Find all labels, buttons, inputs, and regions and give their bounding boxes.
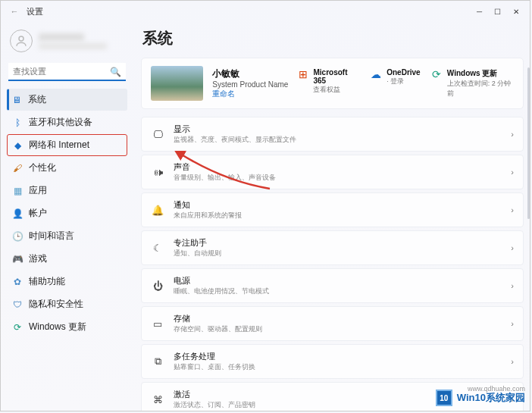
row-sub: 监视器、亮度、夜间模式、显示配置文件 <box>174 135 502 145</box>
pc-name: 小敏敏 <box>212 67 288 80</box>
sidebar-item-6[interactable]: 🕒时间和语言 <box>7 225 127 247</box>
row-icon: 🖵 <box>151 129 164 140</box>
wallpaper-thumb <box>151 66 203 101</box>
search-icon: 🔍 <box>110 67 121 77</box>
row-icon: ☾ <box>151 242 164 254</box>
chevron-right-icon: › <box>511 281 514 290</box>
watermark-text: Win10系统家园 <box>457 391 525 405</box>
row-icon: ⌘ <box>151 394 164 405</box>
tile-sub: 查看权益 <box>313 85 359 95</box>
tile-title: OneDrive <box>386 68 420 77</box>
row-icon: ⧉ <box>151 355 164 368</box>
titlebar: ← 设置 ─ ☐ ✕ <box>1 1 530 22</box>
row-title: 电源 <box>174 275 502 286</box>
sidebar-item-label: 个性化 <box>29 161 56 174</box>
sidebar-item-label: 系统 <box>28 93 46 106</box>
sidebar-item-label: 帐户 <box>29 207 47 220</box>
sidebar-item-icon: ᛒ <box>12 117 23 128</box>
row-icon: 🕪 <box>151 167 164 178</box>
search-input[interactable] <box>8 63 126 81</box>
sidebar-item-label: 应用 <box>29 184 47 197</box>
row-sub: 音量级别、输出、输入、声音设备 <box>174 173 502 183</box>
chevron-right-icon: › <box>511 243 514 252</box>
settings-row-1[interactable]: 🕪声音音量级别、输出、输入、声音设备› <box>141 155 524 189</box>
chevron-right-icon: › <box>511 130 514 139</box>
row-title: 存储 <box>174 313 502 324</box>
rename-link[interactable]: 重命名 <box>212 89 288 99</box>
sidebar-item-icon: 🛡 <box>12 299 23 310</box>
sidebar-item-label: 网络和 Internet <box>29 139 89 152</box>
pc-product: System Product Name <box>212 80 288 89</box>
chevron-right-icon: › <box>511 167 514 177</box>
sidebar-item-icon: 🖥 <box>11 95 22 105</box>
back-button[interactable]: ← <box>5 7 23 16</box>
tile-title: Microsoft 365 <box>313 68 359 85</box>
tile-icon: ⟳ <box>431 68 443 80</box>
sidebar-item-label: 游戏 <box>29 252 47 265</box>
row-sub: 睡眠、电池使用情况、节电模式 <box>174 286 502 296</box>
minimize-button[interactable]: ─ <box>477 8 482 16</box>
device-summary-card: 小敏敏 System Product Name 重命名 ⊞Microsoft 3… <box>141 58 524 109</box>
tile-icon: ⊞ <box>297 68 308 80</box>
tile-sub: · 登录 <box>386 77 420 86</box>
window-title: 设置 <box>23 6 477 17</box>
settings-row-4[interactable]: ⏻电源睡眠、电池使用情况、节电模式› <box>141 268 524 303</box>
close-button[interactable]: ✕ <box>513 8 519 16</box>
row-icon: 🔔 <box>151 205 164 216</box>
settings-row-6[interactable]: ⧉多任务处理贴靠窗口、桌面、任务切换› <box>141 344 524 379</box>
row-title: 专注助手 <box>174 237 502 249</box>
settings-row-5[interactable]: ▭存储存储空间、驱动器、配置规则› <box>141 306 524 341</box>
settings-row-2[interactable]: 🔔通知来自应用和系统的警报› <box>141 192 524 227</box>
tile-title: Windows 更新 <box>447 68 514 79</box>
chevron-right-icon: › <box>511 205 514 214</box>
row-title: 显示 <box>174 124 502 135</box>
sidebar-item-icon: ◆ <box>12 140 23 151</box>
maximize-button[interactable]: ☐ <box>494 8 501 16</box>
sidebar-item-8[interactable]: ✿辅助功能 <box>7 271 127 293</box>
tile-sub: 上次检查时间: 2 分钟前 <box>447 79 514 99</box>
summary-tile-2[interactable]: ⟳Windows 更新上次检查时间: 2 分钟前 <box>431 68 514 99</box>
sidebar-item-1[interactable]: ᛒ蓝牙和其他设备 <box>7 111 127 133</box>
summary-tile-0[interactable]: ⊞Microsoft 365查看权益 <box>297 68 359 99</box>
user-email-blurred <box>39 43 107 49</box>
row-title: 通知 <box>174 199 502 211</box>
main-panel: 系统 小敏敏 System Product Name 重命名 ⊞Microsof… <box>133 22 530 411</box>
sidebar-item-icon: 🖌 <box>12 163 23 174</box>
sidebar-item-9[interactable]: 🛡隐私和安全性 <box>7 293 127 315</box>
row-sub: 存储空间、驱动器、配置规则 <box>174 324 502 334</box>
sidebar-item-10[interactable]: ⟳Windows 更新 <box>7 316 127 338</box>
page-title: 系统 <box>141 25 524 58</box>
row-icon: ⏻ <box>151 280 164 292</box>
chevron-right-icon: › <box>511 319 514 328</box>
sidebar-item-0[interactable]: 🖥系统 <box>7 89 127 111</box>
row-title: 声音 <box>174 161 502 173</box>
sidebar-item-icon: ✿ <box>12 277 23 287</box>
row-icon: ▭ <box>151 318 164 330</box>
row-title: 多任务处理 <box>174 351 502 362</box>
sidebar-item-label: 隐私和安全性 <box>29 298 83 311</box>
sidebar-item-label: 辅助功能 <box>29 275 65 288</box>
chevron-right-icon: › <box>511 357 514 366</box>
row-sub: 来自应用和系统的警报 <box>174 211 502 221</box>
user-info[interactable] <box>7 27 127 60</box>
sidebar-item-4[interactable]: ▦应用 <box>7 180 127 202</box>
scrollbar[interactable] <box>527 67 530 219</box>
settings-row-0[interactable]: 🖵显示监视器、亮度、夜间模式、显示配置文件› <box>141 117 524 152</box>
sidebar-item-7[interactable]: 🎮游戏 <box>7 248 127 270</box>
sidebar-item-label: 时间和语言 <box>29 230 74 242</box>
sidebar-item-label: Windows 更新 <box>29 321 86 333</box>
sidebar-item-icon: 🕒 <box>12 231 23 242</box>
row-sub: 通知、自动规则 <box>174 249 502 258</box>
sidebar-item-icon: 🎮 <box>12 254 23 264</box>
sidebar-item-5[interactable]: 👤帐户 <box>7 202 127 224</box>
sidebar-item-icon: ⟳ <box>12 322 23 333</box>
sidebar-item-2[interactable]: ◆网络和 Internet <box>7 134 127 156</box>
svg-point-0 <box>19 36 23 41</box>
row-sub: 贴靠窗口、桌面、任务切换 <box>174 362 502 372</box>
settings-row-3[interactable]: ☾专注助手通知、自动规则› <box>141 230 524 265</box>
watermark: 10 Win10系统家园 <box>436 390 525 406</box>
tile-icon: ☁ <box>370 68 382 80</box>
watermark-badge: 10 <box>436 390 452 406</box>
sidebar-item-3[interactable]: 🖌个性化 <box>7 157 127 179</box>
summary-tile-1[interactable]: ☁OneDrive· 登录 <box>370 68 420 99</box>
